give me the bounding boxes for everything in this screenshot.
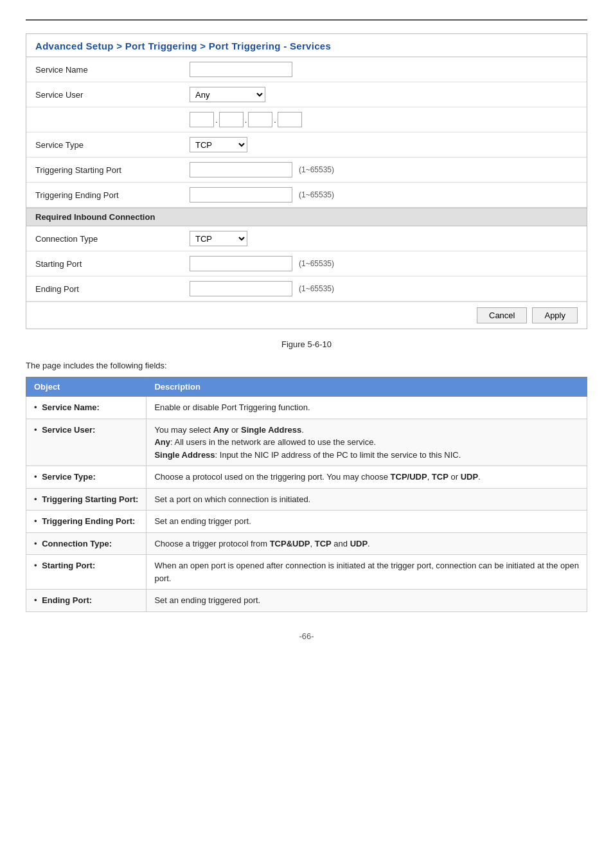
table-cell-description: Set an ending triggered port. [147,590,587,612]
table-cell-object: • Service Name: [26,397,147,419]
table-cell-description: Enable or disable Port Triggering functi… [147,397,587,419]
bullet-icon: • [34,559,37,572]
bullet-icon: • [34,538,37,550]
table-cell-object: • Service Type: [26,466,147,489]
ip-dot-2: . [244,115,249,125]
ip-address-field: . . . [190,112,578,127]
triggering-starting-port-field: (1~65535) [190,162,578,177]
table-cell-description: Choose a protocol used on the triggering… [147,466,587,489]
ip-row: . . . [190,112,302,127]
service-name-input[interactable] [190,62,292,77]
table-row: • Starting Port: When an open port is op… [26,555,587,590]
ip-dot-1: . [214,115,219,125]
ip-octet-2[interactable] [219,112,244,127]
service-name-row: Service Name [26,57,587,82]
bullet-icon: • [34,594,37,607]
table-header-row: Object Description [26,377,587,397]
table-row: • Service Name: Enable or disable Port T… [26,397,587,419]
service-type-select[interactable]: TCP UDP TCP/UDP [190,137,247,152]
table-cell-description: Choose a trigger protocol from TCP&UDP, … [147,532,587,555]
triggering-ending-port-row: Triggering Ending Port (1~65535) [26,183,587,208]
starting-port-field: (1~65535) [190,256,578,271]
ending-port-field: (1~65535) [190,281,578,296]
connection-type-row: Connection Type TCP UDP TCP/UDP [26,226,587,251]
ip-dot-3: . [272,115,278,125]
triggering-starting-port-object: Triggering Starting Port: [42,494,138,504]
connection-type-field: TCP UDP TCP/UDP [190,231,578,246]
service-name-object: Service Name: [42,402,100,412]
table-cell-description: When an open port is opened after connec… [147,555,587,590]
ending-port-object: Ending Port: [42,595,92,605]
ip-octet-4[interactable] [278,112,302,127]
service-type-label: Service Type [35,140,190,150]
starting-port-hint: (1~65535) [299,259,334,268]
bullet-icon: • [34,401,37,414]
service-type-object: Service Type: [42,472,96,482]
description-table: Object Description • Service Name: Enabl… [26,377,587,612]
table-row: • Triggering Starting Port: Set a port o… [26,488,587,511]
table-cell-object: • Ending Port: [26,590,147,612]
connection-type-object: Connection Type: [42,539,112,548]
starting-port-label: Starting Port [35,259,190,269]
table-row: • Service Type: Choose a protocol used o… [26,466,587,489]
table-cell-description: Set a port on which connection is initia… [147,488,587,511]
triggering-ending-port-input[interactable] [190,187,292,203]
starting-port-input[interactable] [190,256,292,271]
intro-text: The page includes the following fields: [26,361,587,370]
cancel-button[interactable]: Cancel [477,307,527,323]
ending-port-input[interactable] [190,281,292,296]
bullet-icon: • [34,493,37,506]
service-name-label: Service Name [35,65,190,75]
table-cell-description: Set an ending trigger port. [147,511,587,533]
top-border [26,19,587,21]
bullet-icon: • [34,424,37,437]
table-row: • Connection Type: Choose a trigger prot… [26,532,587,555]
service-type-row: Service Type TCP UDP TCP/UDP [26,132,587,158]
table-cell-object: • Connection Type: [26,532,147,555]
triggering-ending-port-hint: (1~65535) [299,190,334,199]
table-cell-object: • Triggering Starting Port: [26,488,147,511]
bullet-icon: • [34,471,37,484]
service-user-label: Service User [35,90,190,100]
button-row: Cancel Apply [26,302,587,329]
triggering-ending-port-field: (1~65535) [190,187,578,203]
table-cell-object: • Service User: [26,419,147,466]
connection-type-label: Connection Type [35,234,190,244]
service-user-row: Service User Any Single Address [26,82,587,107]
service-name-field [190,62,578,77]
connection-type-select[interactable]: TCP UDP TCP/UDP [190,231,247,246]
section-header: Required Inbound Connection [26,208,587,226]
service-user-field: Any Single Address [190,87,578,102]
form-panel: Advanced Setup > Port Triggering > Port … [26,33,587,329]
triggering-starting-port-hint: (1~65535) [299,165,334,174]
service-user-select[interactable]: Any Single Address [190,87,265,102]
ending-port-label: Ending Port [35,284,190,294]
figure-caption: Figure 5-6-10 [26,339,587,349]
form-title: Advanced Setup > Port Triggering > Port … [26,34,587,57]
col-object: Object [26,377,147,397]
col-description: Description [147,377,587,397]
service-user-object: Service User: [42,425,95,435]
ip-octet-1[interactable] [190,112,214,127]
table-row: • Triggering Ending Port: Set an ending … [26,511,587,533]
table-row: • Ending Port: Set an ending triggered p… [26,590,587,612]
starting-port-row: Starting Port (1~65535) [26,251,587,276]
service-type-field: TCP UDP TCP/UDP [190,137,578,152]
triggering-ending-port-object: Triggering Ending Port: [42,516,135,526]
triggering-starting-port-row: Triggering Starting Port (1~65535) [26,158,587,183]
ending-port-row: Ending Port (1~65535) [26,276,587,302]
apply-button[interactable]: Apply [532,307,578,323]
page-number: -66- [26,631,587,641]
ending-port-hint: (1~65535) [299,284,334,293]
bullet-icon: • [34,515,37,528]
table-row: • Service User: You may select Any or Si… [26,419,587,466]
triggering-starting-port-input[interactable] [190,162,292,177]
ip-address-row: . . . [26,107,587,132]
table-cell-object: • Triggering Ending Port: [26,511,147,533]
starting-port-object: Starting Port: [42,561,95,570]
triggering-ending-port-label: Triggering Ending Port [35,190,190,200]
table-cell-object: • Starting Port: [26,555,147,590]
triggering-starting-port-label: Triggering Starting Port [35,165,190,175]
ip-octet-3[interactable] [248,112,272,127]
table-cell-description: You may select Any or Single Address. An… [147,419,587,466]
